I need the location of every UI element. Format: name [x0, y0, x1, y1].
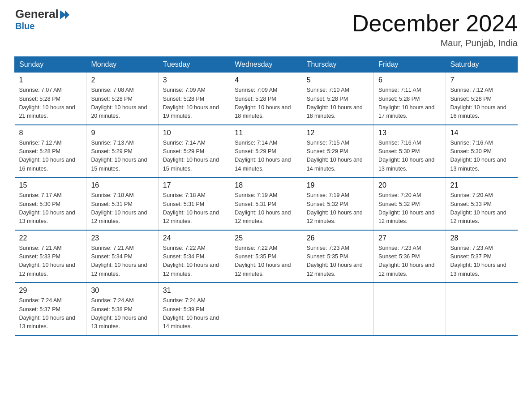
day-info: Sunrise: 7:17 AMSunset: 5:30 PMDaylight:… — [19, 191, 82, 226]
day-info: Sunrise: 7:16 AMSunset: 5:30 PMDaylight:… — [450, 139, 513, 174]
table-cell: 13 Sunrise: 7:16 AMSunset: 5:30 PMDaylig… — [374, 125, 446, 178]
day-number: 10 — [163, 129, 225, 137]
day-number: 31 — [163, 287, 225, 295]
day-info: Sunrise: 7:11 AMSunset: 5:28 PMDaylight:… — [378, 86, 441, 121]
day-number: 9 — [91, 129, 153, 137]
table-cell: 11 Sunrise: 7:14 AMSunset: 5:29 PMDaylig… — [230, 125, 302, 178]
day-number: 14 — [450, 129, 513, 137]
header-tuesday: Tuesday — [158, 57, 230, 73]
logo-blue-text: Blue — [15, 21, 34, 31]
table-cell: 24 Sunrise: 7:22 AMSunset: 5:34 PMDaylig… — [158, 230, 230, 283]
day-info: Sunrise: 7:13 AMSunset: 5:29 PMDaylight:… — [91, 139, 153, 174]
table-cell: 2 Sunrise: 7:08 AMSunset: 5:28 PMDayligh… — [86, 73, 158, 125]
table-cell: 20 Sunrise: 7:20 AMSunset: 5:32 PMDaylig… — [374, 177, 446, 230]
table-cell: 1 Sunrise: 7:07 AMSunset: 5:28 PMDayligh… — [15, 73, 86, 125]
month-title: December 2024 — [352, 11, 518, 36]
day-info: Sunrise: 7:21 AMSunset: 5:33 PMDaylight:… — [19, 244, 82, 279]
day-number: 13 — [378, 129, 441, 137]
day-info: Sunrise: 7:21 AMSunset: 5:34 PMDaylight:… — [91, 244, 153, 279]
calendar-table: Sunday Monday Tuesday Wednesday Thursday… — [14, 56, 518, 336]
day-number: 4 — [235, 76, 297, 84]
day-info: Sunrise: 7:14 AMSunset: 5:29 PMDaylight:… — [163, 139, 225, 174]
table-cell: 17 Sunrise: 7:18 AMSunset: 5:31 PMDaylig… — [158, 177, 230, 230]
table-cell: 30 Sunrise: 7:24 AMSunset: 5:38 PMDaylig… — [86, 283, 158, 335]
table-cell — [230, 283, 302, 335]
logo: General General Blue — [14, 11, 69, 31]
table-cell: 6 Sunrise: 7:11 AMSunset: 5:28 PMDayligh… — [374, 73, 446, 125]
table-cell: 18 Sunrise: 7:19 AMSunset: 5:31 PMDaylig… — [230, 177, 302, 230]
day-info: Sunrise: 7:10 AMSunset: 5:28 PMDaylight:… — [307, 86, 369, 121]
day-number: 16 — [91, 181, 153, 189]
day-info: Sunrise: 7:19 AMSunset: 5:31 PMDaylight:… — [235, 191, 297, 226]
table-cell: 3 Sunrise: 7:09 AMSunset: 5:28 PMDayligh… — [158, 73, 230, 125]
day-number: 19 — [307, 181, 369, 189]
table-cell: 29 Sunrise: 7:24 AMSunset: 5:37 PMDaylig… — [15, 283, 86, 335]
day-info: Sunrise: 7:22 AMSunset: 5:34 PMDaylight:… — [163, 244, 225, 279]
day-info: Sunrise: 7:23 AMSunset: 5:36 PMDaylight:… — [378, 244, 441, 279]
table-cell: 23 Sunrise: 7:21 AMSunset: 5:34 PMDaylig… — [86, 230, 158, 283]
day-number: 8 — [19, 129, 82, 137]
table-cell: 4 Sunrise: 7:09 AMSunset: 5:28 PMDayligh… — [230, 73, 302, 125]
table-cell: 16 Sunrise: 7:18 AMSunset: 5:31 PMDaylig… — [86, 177, 158, 230]
day-number: 26 — [307, 234, 369, 242]
title-block: December 2024 Maur, Punjab, India — [352, 11, 518, 48]
table-cell: 26 Sunrise: 7:23 AMSunset: 5:35 PMDaylig… — [302, 230, 373, 283]
day-number: 18 — [235, 181, 297, 189]
table-cell: 27 Sunrise: 7:23 AMSunset: 5:36 PMDaylig… — [374, 230, 446, 283]
day-info: Sunrise: 7:16 AMSunset: 5:30 PMDaylight:… — [378, 139, 441, 174]
day-info: Sunrise: 7:08 AMSunset: 5:28 PMDaylight:… — [91, 86, 153, 121]
table-cell: 31 Sunrise: 7:24 AMSunset: 5:39 PMDaylig… — [158, 283, 230, 335]
table-cell: 19 Sunrise: 7:19 AMSunset: 5:32 PMDaylig… — [302, 177, 373, 230]
day-number: 25 — [235, 234, 297, 242]
day-number: 1 — [19, 76, 82, 84]
table-cell: 28 Sunrise: 7:23 AMSunset: 5:37 PMDaylig… — [446, 230, 517, 283]
day-info: Sunrise: 7:19 AMSunset: 5:32 PMDaylight:… — [307, 191, 369, 226]
day-info: Sunrise: 7:22 AMSunset: 5:35 PMDaylight:… — [235, 244, 297, 279]
day-info: Sunrise: 7:23 AMSunset: 5:35 PMDaylight:… — [307, 244, 369, 279]
table-cell: 12 Sunrise: 7:15 AMSunset: 5:29 PMDaylig… — [302, 125, 373, 178]
day-number: 17 — [163, 181, 225, 189]
day-number: 7 — [450, 76, 513, 84]
header-sunday: Sunday — [15, 57, 86, 73]
day-number: 24 — [163, 234, 225, 242]
day-number: 29 — [19, 287, 82, 295]
day-number: 28 — [450, 234, 513, 242]
table-cell — [446, 283, 517, 335]
day-number: 21 — [450, 181, 513, 189]
day-number: 27 — [378, 234, 441, 242]
table-cell: 5 Sunrise: 7:10 AMSunset: 5:28 PMDayligh… — [302, 73, 373, 125]
calendar-header: Sunday Monday Tuesday Wednesday Thursday… — [15, 57, 518, 73]
day-number: 5 — [307, 76, 369, 84]
day-info: Sunrise: 7:12 AMSunset: 5:28 PMDaylight:… — [450, 86, 513, 121]
header-monday: Monday — [86, 57, 158, 73]
logo-general-full: General — [15, 7, 59, 21]
day-info: Sunrise: 7:18 AMSunset: 5:31 PMDaylight:… — [91, 191, 153, 226]
table-cell — [302, 283, 373, 335]
table-cell: 8 Sunrise: 7:12 AMSunset: 5:28 PMDayligh… — [15, 125, 86, 178]
day-number: 12 — [307, 129, 369, 137]
day-info: Sunrise: 7:20 AMSunset: 5:32 PMDaylight:… — [378, 191, 441, 226]
day-number: 20 — [378, 181, 441, 189]
page-header: General General Blue December 2024 Maur,… — [14, 11, 518, 48]
day-info: Sunrise: 7:24 AMSunset: 5:37 PMDaylight:… — [19, 296, 82, 331]
header-wednesday: Wednesday — [230, 57, 302, 73]
logo-triangle2-icon — [65, 10, 69, 19]
day-number: 3 — [163, 76, 225, 84]
day-info: Sunrise: 7:20 AMSunset: 5:33 PMDaylight:… — [450, 191, 513, 226]
table-cell: 25 Sunrise: 7:22 AMSunset: 5:35 PMDaylig… — [230, 230, 302, 283]
table-cell: 21 Sunrise: 7:20 AMSunset: 5:33 PMDaylig… — [446, 177, 517, 230]
day-number: 6 — [378, 76, 441, 84]
day-number: 30 — [91, 287, 153, 295]
header-friday: Friday — [374, 57, 446, 73]
day-info: Sunrise: 7:12 AMSunset: 5:28 PMDaylight:… — [19, 139, 82, 174]
calendar-body: 1 Sunrise: 7:07 AMSunset: 5:28 PMDayligh… — [15, 73, 518, 335]
day-info: Sunrise: 7:24 AMSunset: 5:38 PMDaylight:… — [91, 296, 153, 331]
table-cell: 10 Sunrise: 7:14 AMSunset: 5:29 PMDaylig… — [158, 125, 230, 178]
day-number: 11 — [235, 129, 297, 137]
day-info: Sunrise: 7:09 AMSunset: 5:28 PMDaylight:… — [163, 86, 225, 121]
table-cell — [374, 283, 446, 335]
day-info: Sunrise: 7:09 AMSunset: 5:28 PMDaylight:… — [235, 86, 297, 121]
table-cell: 22 Sunrise: 7:21 AMSunset: 5:33 PMDaylig… — [15, 230, 86, 283]
day-number: 15 — [19, 181, 82, 189]
table-cell: 15 Sunrise: 7:17 AMSunset: 5:30 PMDaylig… — [15, 177, 86, 230]
